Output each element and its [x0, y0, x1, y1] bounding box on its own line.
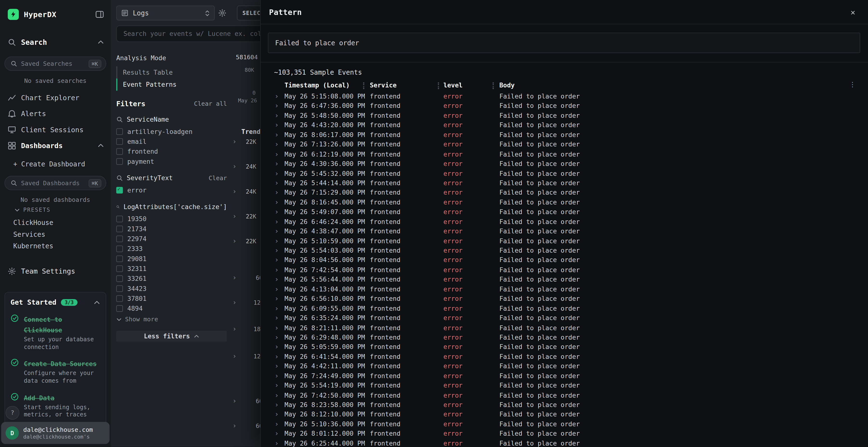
- expand-row-chevron-icon[interactable]: ›: [275, 121, 279, 129]
- expand-row-chevron-icon[interactable]: ›: [275, 256, 279, 264]
- expand-row-chevron-icon[interactable]: ›: [275, 169, 279, 177]
- sidebar-preset-item[interactable]: Kubernetes: [13, 240, 102, 251]
- checkbox[interactable]: [116, 226, 123, 232]
- expand-row-chevron-icon[interactable]: ›: [275, 198, 279, 206]
- column-resize-handle[interactable]: [493, 82, 494, 89]
- get-started-header[interactable]: Get Started 3/3: [10, 298, 100, 306]
- expand-row-chevron-icon[interactable]: ›: [275, 371, 279, 380]
- expand-row-chevron-icon[interactable]: ›: [275, 92, 279, 100]
- col-timestamp[interactable]: Timestamp (Local): [284, 81, 350, 89]
- filter-option[interactable]: 33261: [116, 274, 227, 283]
- pattern-row-peek[interactable]: ›22K: [231, 237, 260, 246]
- sample-event-row[interactable]: ›May 26 6:12:19.000 PMfrontenderrorFaile…: [261, 149, 868, 159]
- sample-event-row[interactable]: ›May 26 5:54:03.000 PMfrontenderrorFaile…: [261, 246, 868, 256]
- pattern-row-peek[interactable]: ›24K: [231, 163, 260, 171]
- sample-event-row[interactable]: ›May 26 5:05:59.000 PMfrontenderrorFaile…: [261, 342, 868, 352]
- sample-event-row[interactable]: ›May 26 6:41:54.000 PMfrontenderrorFaile…: [261, 352, 868, 362]
- filter-option[interactable]: frontend: [116, 146, 227, 156]
- pattern-row-peek[interactable]: ›24K: [231, 187, 260, 196]
- sample-event-row[interactable]: ›May 26 5:45:32.000 PMfrontenderrorFaile…: [261, 169, 868, 178]
- sidebar-item-chart-explorer[interactable]: Chart Explorer: [8, 91, 104, 104]
- close-icon[interactable]: ✕: [850, 7, 855, 16]
- checkbox[interactable]: [116, 305, 123, 312]
- filter-option[interactable]: 22974: [116, 234, 227, 244]
- checkbox[interactable]: [116, 295, 123, 302]
- filter-option[interactable]: 29081: [116, 254, 227, 264]
- sample-event-row[interactable]: ›May 26 5:10:36.000 PMfrontenderrorFaile…: [261, 419, 868, 429]
- expand-row-chevron-icon[interactable]: ›: [275, 333, 279, 341]
- sample-event-row[interactable]: ›May 26 8:16:45.000 PMfrontenderrorFaile…: [261, 198, 868, 208]
- filter-option[interactable]: artillery-loadgen: [116, 127, 227, 137]
- filter-option[interactable]: 4894: [116, 304, 227, 313]
- sidebar-preset-item[interactable]: Services: [13, 228, 102, 240]
- checkbox[interactable]: [116, 128, 123, 135]
- sample-event-row[interactable]: ›May 26 7:15:29.000 PMfrontenderrorFaile…: [261, 188, 868, 198]
- sample-event-row[interactable]: ›May 26 4:13:04.000 PMfrontenderrorFaile…: [261, 285, 868, 294]
- checkbox[interactable]: [116, 148, 123, 155]
- sample-event-row[interactable]: ›May 26 8:21:11.000 PMfrontenderrorFaile…: [261, 323, 868, 333]
- col-body[interactable]: Body: [499, 81, 515, 89]
- sidebar-preset-item[interactable]: ClickHouse: [13, 217, 102, 228]
- filter-option[interactable]: payment: [116, 157, 227, 166]
- saved-searches-input[interactable]: Saved Searches ⌘K: [4, 56, 106, 71]
- pattern-row-peek[interactable]: ›60: [231, 422, 260, 431]
- expand-row-chevron-icon[interactable]: ›: [275, 294, 279, 303]
- checkbox[interactable]: [116, 255, 123, 262]
- chevron-right-icon[interactable]: ›: [232, 299, 237, 306]
- sample-event-row[interactable]: ›May 26 7:24:49.000 PMfrontenderrorFaile…: [261, 371, 868, 381]
- checkbox[interactable]: [116, 215, 123, 222]
- pattern-row-peek[interactable]: ›120: [231, 299, 260, 308]
- expand-row-chevron-icon[interactable]: ›: [275, 419, 279, 428]
- sample-event-row[interactable]: ›May 26 6:35:24.000 PMfrontenderrorFaile…: [261, 314, 868, 323]
- checkbox[interactable]: [116, 285, 123, 292]
- chevron-up-icon[interactable]: [94, 299, 100, 306]
- sample-event-row[interactable]: ›May 26 6:29:48.000 PMfrontenderrorFaile…: [261, 333, 868, 342]
- mode-results-table[interactable]: Results Table: [116, 66, 227, 79]
- presets-toggle[interactable]: PRESETS: [14, 207, 51, 213]
- expand-row-chevron-icon[interactable]: ›: [275, 217, 279, 226]
- column-resize-handle[interactable]: [438, 82, 439, 89]
- clear-all-link[interactable]: Clear all: [194, 100, 227, 107]
- sample-event-row[interactable]: ›May 26 8:23:58.000 PMfrontenderrorFaile…: [261, 400, 868, 410]
- sample-event-row[interactable]: ›May 26 4:42:11.000 PMfrontenderrorFaile…: [261, 362, 868, 371]
- get-started-item[interactable]: Connect to ClickHouseSet up your databas…: [10, 314, 100, 351]
- chevron-right-icon[interactable]: ›: [232, 352, 237, 360]
- pattern-row-peek[interactable]: ›22K: [231, 212, 260, 221]
- expand-row-chevron-icon[interactable]: ›: [275, 381, 279, 389]
- pattern-row-peek[interactable]: ›180: [231, 325, 260, 334]
- sample-event-row[interactable]: ›May 26 8:01:12.000 PMfrontenderrorFaile…: [261, 429, 868, 439]
- chevron-right-icon[interactable]: ›: [232, 138, 237, 145]
- chevron-up-icon[interactable]: [97, 142, 104, 149]
- sidebar-item-client-sessions[interactable]: Client Sessions: [8, 123, 104, 136]
- sample-event-row[interactable]: ›May 26 4:38:47.000 PMfrontenderrorFaile…: [261, 227, 868, 237]
- expand-row-chevron-icon[interactable]: ›: [275, 149, 279, 158]
- expand-row-chevron-icon[interactable]: ›: [275, 410, 279, 418]
- sample-event-row[interactable]: ›May 26 8:06:17.000 PMfrontenderrorFaile…: [261, 130, 868, 140]
- expand-row-chevron-icon[interactable]: ›: [275, 314, 279, 322]
- expand-row-chevron-icon[interactable]: ›: [275, 237, 279, 245]
- expand-row-chevron-icon[interactable]: ›: [275, 342, 279, 351]
- expand-row-chevron-icon[interactable]: ›: [275, 323, 279, 332]
- expand-row-chevron-icon[interactable]: ›: [275, 130, 279, 138]
- sample-event-row[interactable]: ›May 26 6:47:36.000 PMfrontenderrorFaile…: [261, 101, 868, 111]
- sample-event-row[interactable]: ›May 26 6:09:55.000 PMfrontenderrorFaile…: [261, 304, 868, 314]
- chevron-right-icon[interactable]: ›: [232, 325, 237, 333]
- chevron-right-icon[interactable]: ›: [232, 422, 237, 429]
- sample-event-row[interactable]: ›May 26 8:04:56.000 PMfrontenderrorFaile…: [261, 256, 868, 265]
- checkbox[interactable]: [116, 187, 123, 194]
- sample-event-row[interactable]: ›May 26 7:13:26.000 PMfrontenderrorFaile…: [261, 140, 868, 149]
- expand-row-chevron-icon[interactable]: ›: [275, 101, 279, 110]
- expand-row-chevron-icon[interactable]: ›: [275, 400, 279, 409]
- get-started-item[interactable]: Create Data SourcesConfigure where your …: [10, 358, 100, 385]
- pattern-row-peek[interactable]: ›60: [231, 274, 260, 282]
- expand-row-chevron-icon[interactable]: ›: [275, 304, 279, 312]
- chevron-up-icon[interactable]: [97, 39, 104, 45]
- mode-event-patterns[interactable]: Event Patterns: [116, 78, 227, 91]
- sample-event-row[interactable]: ›May 26 4:30:36.000 PMfrontenderrorFaile…: [261, 159, 868, 169]
- sample-event-row[interactable]: ›May 26 5:44:14.000 PMfrontenderrorFaile…: [261, 178, 868, 188]
- expand-row-chevron-icon[interactable]: ›: [275, 178, 279, 187]
- expand-row-chevron-icon[interactable]: ›: [275, 265, 279, 274]
- less-filters-button[interactable]: Less filters: [116, 331, 227, 342]
- get-started-item[interactable]: Add DataStart sending logs, metrics, or …: [10, 392, 100, 419]
- help-button[interactable]: ?: [5, 406, 19, 419]
